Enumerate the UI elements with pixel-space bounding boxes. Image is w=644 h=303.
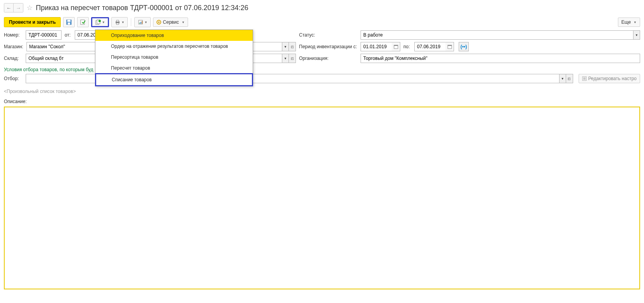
org-label: Организация: bbox=[299, 56, 357, 61]
svg-rect-13 bbox=[142, 21, 143, 24]
svg-point-15 bbox=[158, 21, 160, 23]
warehouse-open-button[interactable]: ◰ bbox=[289, 54, 296, 63]
forward-button[interactable]: → bbox=[14, 4, 23, 12]
chevron-down-icon: ▼ bbox=[633, 21, 637, 24]
more-label: Еще bbox=[621, 19, 631, 25]
page-title: Приказ на пересчет товаров ТДРТ-000001 о… bbox=[36, 4, 248, 12]
period-label: Период инвентаризации с: bbox=[299, 44, 357, 49]
calendar-icon[interactable] bbox=[392, 42, 400, 51]
svg-rect-11 bbox=[139, 23, 140, 24]
chevron-down-icon: ▼ bbox=[144, 21, 148, 24]
save-button[interactable] bbox=[63, 17, 75, 27]
favorite-star-icon[interactable]: ☆ bbox=[26, 4, 33, 12]
menu-item-writeoff[interactable]: Списание товаров bbox=[95, 73, 253, 86]
org-input[interactable] bbox=[361, 54, 640, 63]
service-button[interactable]: Сервис ▼ bbox=[153, 18, 188, 27]
back-button[interactable]: ← bbox=[4, 4, 14, 12]
create-based-on-menu: Оприходование товаров Ордер на отражение… bbox=[95, 30, 253, 86]
refresh-button[interactable]: (••) bbox=[459, 42, 469, 51]
period-from-input[interactable] bbox=[361, 42, 392, 51]
svg-rect-8 bbox=[116, 20, 119, 22]
menu-item-posting[interactable]: Оприходование товаров bbox=[95, 30, 253, 41]
settings-icon bbox=[582, 76, 587, 81]
description-label: Описание: bbox=[0, 97, 644, 106]
post-button[interactable] bbox=[77, 17, 89, 27]
service-label: Сервис bbox=[163, 19, 179, 25]
status-dropdown-button[interactable]: ▼ bbox=[633, 30, 640, 40]
gear-icon bbox=[157, 20, 161, 25]
edit-settings-button[interactable]: Редактировать настро bbox=[579, 74, 640, 83]
date-input[interactable] bbox=[75, 30, 97, 40]
svg-rect-1 bbox=[67, 20, 70, 22]
store-open-button[interactable]: ◰ bbox=[289, 42, 296, 51]
filter-open-button[interactable]: ◰ bbox=[566, 74, 573, 83]
menu-item-resort[interactable]: Пересортица товаров bbox=[95, 52, 253, 63]
period-to-label: по: bbox=[403, 44, 411, 49]
menu-item-recount[interactable]: Пересчет товаров bbox=[95, 63, 253, 74]
warehouse-dropdown-button[interactable]: ▼ bbox=[282, 54, 289, 63]
reports-button[interactable]: ▼ bbox=[134, 17, 151, 27]
number-input[interactable] bbox=[26, 30, 62, 40]
nav-buttons: ← → bbox=[4, 3, 23, 12]
status-label: Статус: bbox=[299, 32, 357, 38]
print-button[interactable]: ▼ bbox=[111, 17, 128, 27]
create-based-on-button[interactable]: ▼ bbox=[91, 17, 109, 27]
warehouse-label: Склад: bbox=[4, 56, 23, 61]
status-input[interactable] bbox=[361, 30, 633, 40]
filter-dropdown-button[interactable]: ▼ bbox=[559, 74, 566, 83]
description-textarea[interactable] bbox=[4, 107, 640, 289]
svg-rect-12 bbox=[141, 22, 141, 24]
from-label: от: bbox=[65, 32, 72, 38]
goods-list-placeholder: <Произвольный список товаров> bbox=[0, 86, 644, 97]
chevron-down-icon: ▼ bbox=[181, 21, 185, 24]
separator bbox=[131, 18, 131, 26]
chevron-down-icon: ▼ bbox=[102, 21, 105, 24]
store-label: Магазин: bbox=[4, 44, 23, 49]
edit-settings-label: Редактировать настро bbox=[588, 76, 637, 81]
chevron-down-icon: ▼ bbox=[121, 21, 125, 24]
svg-rect-9 bbox=[116, 23, 119, 25]
svg-rect-2 bbox=[68, 23, 70, 25]
post-and-close-button[interactable]: Провести и закрыть bbox=[4, 17, 61, 27]
calendar-icon[interactable] bbox=[445, 42, 454, 51]
filter-label: Отбор: bbox=[4, 76, 23, 81]
more-button[interactable]: Еще ▼ bbox=[618, 18, 640, 27]
store-dropdown-button[interactable]: ▼ bbox=[282, 42, 289, 51]
svg-rect-19 bbox=[448, 45, 452, 46]
svg-point-6 bbox=[99, 20, 101, 22]
period-to-input[interactable] bbox=[414, 42, 445, 51]
menu-item-order[interactable]: Ордер на отражение результатов пересчето… bbox=[95, 41, 253, 52]
number-label: Номер: bbox=[4, 32, 23, 38]
svg-rect-21 bbox=[583, 77, 586, 80]
svg-rect-17 bbox=[394, 45, 398, 46]
